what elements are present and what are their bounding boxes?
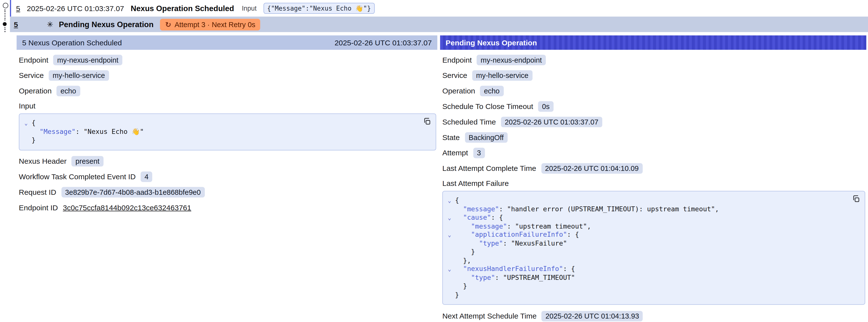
json-line: "Message": "Nexus Echo 👋" (21, 127, 431, 136)
field-label: Service (442, 71, 467, 79)
field-state: State BackingOff (442, 132, 867, 143)
field-label: Endpoint ID (19, 204, 58, 212)
json-text: } (471, 248, 475, 256)
json-line: "type": "UPSTREAM_TIMEOUT" (444, 273, 860, 282)
json-key: "nexusHandlerFailureInfo" (463, 265, 563, 274)
field-value-badge: 2025-02-26 UTC 01:04:10.09 (541, 163, 643, 173)
timeline-node-circle-icon (3, 3, 8, 8)
chevron-down-icon (444, 282, 455, 291)
scheduled-panel-timestamp: 2025-02-26 UTC 01:03:37.07 (335, 38, 432, 47)
json-line: }, (444, 256, 860, 265)
field-value-badge: 2025-02-26 UTC 01:04:13.93 (541, 311, 643, 321)
field-workflow-task-completed-event-id: Workflow Task Completed Event ID 4 (19, 171, 437, 182)
chevron-down-icon (21, 136, 32, 145)
field-label: Request ID (19, 188, 56, 196)
chevron-down-icon (444, 291, 455, 299)
json-line: "type": "NexusFailure" (444, 239, 860, 248)
json-indent (455, 222, 471, 231)
field-label: Next Attempt Schedule Time (442, 312, 537, 320)
input-json-block: ⌄{ "Message": "Nexus Echo 👋" } (19, 114, 436, 150)
chevron-down-icon[interactable]: ⌄ (444, 214, 455, 222)
json-line: ⌄ "cause": { (444, 214, 860, 222)
field-value-badge: echo (57, 86, 80, 96)
copy-icon[interactable] (423, 117, 431, 126)
json-line: } (444, 291, 860, 299)
json-key: "message" (463, 205, 499, 214)
field-label: Nexus Header (19, 157, 67, 165)
field-endpoint: Endpoint my-nexus-endpoint (442, 54, 867, 65)
copy-icon[interactable] (851, 195, 860, 204)
field-value-badge: echo (480, 86, 503, 96)
field-value-badge: 3 (473, 148, 485, 158)
json-text: { (32, 119, 35, 127)
timeline-topbar: 5 2025-02-26 UTC 01:03:37.07 Nexus Opera… (0, 0, 868, 32)
refresh-icon: ↻ (165, 20, 171, 29)
chevron-down-icon[interactable]: ⌄ (444, 231, 455, 239)
field-operation: Operation echo (442, 85, 867, 96)
json-indent (455, 231, 471, 239)
chevron-down-icon[interactable]: ⌄ (21, 119, 32, 127)
json-line: "message": "handler error (UPSTREAM_TIME… (444, 205, 860, 214)
input-section-label: Input (19, 102, 437, 110)
field-attempt: Attempt 3 (442, 147, 867, 158)
field-label: Endpoint (19, 56, 49, 64)
json-indent (455, 273, 471, 282)
field-last-attempt-complete-time: Last Attempt Complete Time 2025-02-26 UT… (442, 163, 867, 174)
chevron-down-icon (444, 273, 455, 282)
field-label: State (442, 133, 460, 141)
pending-event-id-link[interactable]: 5 (14, 20, 18, 29)
field-label: Operation (19, 87, 52, 95)
chevron-down-icon (444, 248, 455, 256)
json-key: "Message" (39, 127, 75, 136)
json-indent (455, 239, 479, 248)
chevron-down-icon[interactable]: ⌄ (444, 265, 455, 274)
json-text: : { (563, 265, 575, 274)
field-value-badge: my-hello-service (472, 70, 532, 80)
endpoint-id-link[interactable]: 3c0c75ccfa8144b092c13ce632463761 (63, 204, 191, 212)
chevron-down-icon[interactable]: ⌄ (444, 196, 455, 205)
running-asterisk-icon: ✳ (47, 20, 53, 29)
field-value-badge: my-nexus-endpoint (53, 55, 122, 65)
json-line: ⌄ "nexusHandlerFailureInfo": { (444, 265, 860, 274)
chevron-down-icon (21, 127, 32, 136)
field-value-badge: 4 (141, 171, 153, 182)
chevron-down-icon (444, 205, 455, 214)
failure-json-block: ⌄{ "message": "handler error (UPSTREAM_T… (442, 191, 865, 305)
json-text: { (455, 196, 459, 205)
json-text: : "handler error (UPSTREAM_TIMEOUT): ups… (499, 205, 719, 214)
chevron-down-icon (444, 256, 455, 265)
pending-event-title: Pending Nexus Operation (59, 20, 153, 29)
field-value-badge: my-nexus-endpoint (477, 55, 546, 65)
json-indent (455, 248, 471, 256)
field-label: Last Attempt Complete Time (442, 164, 536, 172)
scheduled-event-panel: 5 Nexus Operation Scheduled 2025-02-26 U… (17, 35, 437, 322)
field-value-badge: present (71, 156, 103, 167)
event-row-pending[interactable]: 5 ✳ Pending Nexus Operation ↻ Attempt 3 … (10, 17, 868, 32)
event-row-scheduled[interactable]: 5 2025-02-26 UTC 01:03:37.07 Nexus Opera… (10, 0, 868, 17)
last-attempt-failure-label: Last Attempt Failure (442, 179, 867, 188)
pending-panel-header: Pending Nexus Operation (440, 35, 867, 50)
scheduled-panel-title: 5 Nexus Operation Scheduled (22, 38, 122, 47)
json-text: : { (567, 231, 579, 239)
json-key: "type" (471, 273, 495, 282)
json-text: : "upstream timeout", (507, 222, 591, 231)
event-id-link[interactable]: 5 (16, 4, 20, 12)
json-text: : "NexusFailure" (503, 239, 567, 248)
json-text: : { (491, 214, 503, 222)
field-label: Service (19, 71, 44, 79)
json-line: } (21, 136, 431, 145)
field-endpoint-id: Endpoint ID 3c0c75ccfa8144b092c13ce63246… (19, 202, 437, 213)
field-next-attempt-schedule-time: Next Attempt Schedule Time 2025-02-26 UT… (442, 311, 867, 322)
json-text: : "Nexus Echo 👋" (75, 127, 144, 136)
field-label: Workflow Task Completed Event ID (19, 172, 136, 181)
timeline-connector (4, 9, 5, 21)
field-service: Service my-hello-service (19, 70, 437, 81)
chevron-down-icon (444, 239, 455, 248)
field-label: Scheduled Time (442, 118, 496, 126)
field-nexus-header: Nexus Header present (19, 156, 437, 167)
json-indent (32, 127, 39, 136)
event-title: Nexus Operation Scheduled (131, 4, 234, 13)
json-indent (455, 282, 463, 291)
json-key: "applicationFailureInfo" (471, 231, 567, 239)
field-label: Endpoint (442, 56, 472, 64)
